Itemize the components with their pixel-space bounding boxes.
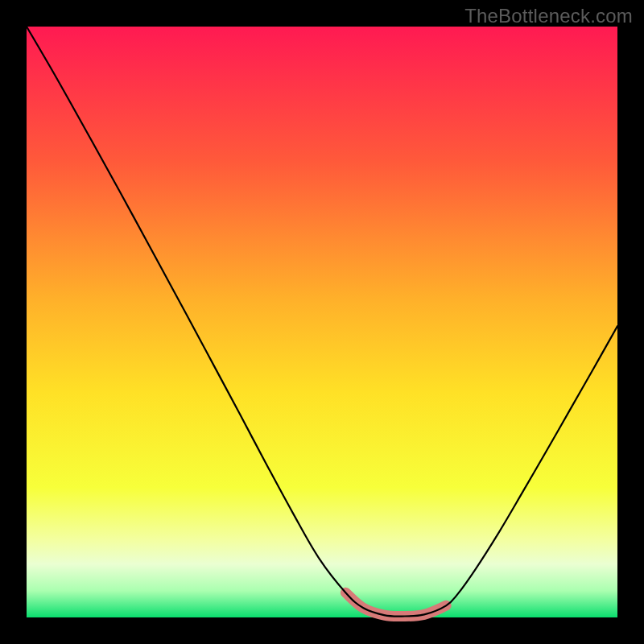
- chart-frame: TheBottleneck.com: [0, 0, 644, 644]
- watermark-text: TheBottleneck.com: [464, 5, 633, 27]
- bottleneck-chart: [0, 0, 644, 644]
- plot-background: [27, 27, 617, 617]
